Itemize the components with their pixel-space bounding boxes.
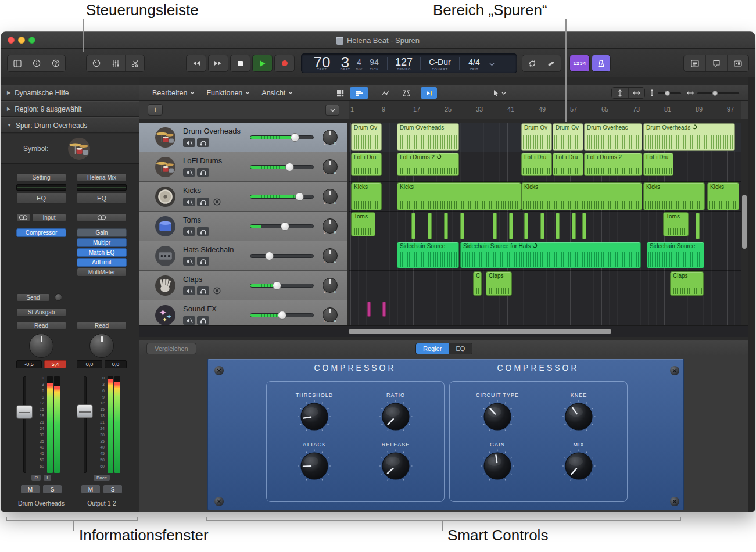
region-sliver[interactable] xyxy=(556,213,560,239)
track-lane[interactable] xyxy=(349,300,741,325)
knob-gain[interactable]: GAIN xyxy=(463,442,532,486)
solo-icon[interactable] xyxy=(197,286,209,295)
flex-icon[interactable] xyxy=(399,87,414,99)
solo-button[interactable]: S xyxy=(42,485,62,494)
count-in-button[interactable]: 1234 xyxy=(569,55,590,72)
knob-attack[interactable]: ATTACK xyxy=(280,442,349,486)
input-slot[interactable]: Input xyxy=(32,213,66,222)
solo-icon[interactable] xyxy=(197,257,209,266)
pan-knob[interactable]: LR xyxy=(323,189,338,204)
region[interactable]: Sidechain Source for Hats xyxy=(460,242,641,268)
stereo-format-icon[interactable] xyxy=(16,213,30,222)
solo-button[interactable]: S xyxy=(103,485,123,494)
pan-knob[interactable]: LR xyxy=(323,218,338,234)
mute-icon[interactable] xyxy=(183,138,195,147)
eq-slot[interactable]: EQ xyxy=(16,192,66,204)
region-sliver[interactable] xyxy=(444,213,448,239)
tab-regler[interactable]: Regler xyxy=(416,343,449,354)
fader-handle[interactable] xyxy=(77,404,93,418)
region[interactable]: Toms xyxy=(351,212,375,236)
grid-view-icon[interactable] xyxy=(332,87,347,99)
region[interactable]: Kicks xyxy=(397,182,521,210)
fader-track[interactable] xyxy=(84,376,87,473)
add-track-button[interactable]: + xyxy=(148,104,163,116)
automation-icon[interactable] xyxy=(378,87,393,99)
region-inspector-section[interactable]: ▶Region: 9 ausgewählt xyxy=(1,101,139,117)
region[interactable]: Drum Overheac xyxy=(584,123,642,151)
send-slot[interactable]: Send xyxy=(16,293,50,302)
eq-slot[interactable]: EQ xyxy=(77,192,127,204)
volume-slider[interactable] xyxy=(250,165,314,169)
region[interactable]: Kicks xyxy=(643,182,705,210)
region[interactable]: Claps xyxy=(670,271,704,296)
track-lane[interactable]: KicksKicksKicksKicksKicks xyxy=(349,182,741,212)
pointer-tool-button[interactable] xyxy=(488,87,511,99)
track-symbol-image[interactable] xyxy=(64,137,94,160)
eq-thumbnail[interactable] xyxy=(16,184,66,191)
volume-slider[interactable] xyxy=(250,254,314,258)
solo-icon[interactable] xyxy=(197,198,209,206)
metronome-button[interactable] xyxy=(592,55,611,72)
stereo-format-icon[interactable] xyxy=(77,213,127,222)
notes-icon[interactable] xyxy=(705,55,727,71)
tracks-view-icon[interactable] xyxy=(350,87,368,99)
region[interactable]: Claps xyxy=(486,271,512,296)
region[interactable]: LoFi Drums 2 xyxy=(584,153,642,176)
region-sliver[interactable] xyxy=(428,213,432,239)
region-sliver[interactable] xyxy=(411,213,415,239)
library-button[interactable] xyxy=(8,55,27,71)
mute-icon[interactable] xyxy=(183,168,195,177)
region[interactable]: Kicks xyxy=(351,182,382,210)
region-sliver[interactable] xyxy=(696,213,700,239)
solo-icon[interactable] xyxy=(197,316,209,325)
menu-ansicht[interactable]: Ansicht xyxy=(257,87,298,99)
region-sliver[interactable] xyxy=(367,302,371,317)
mixer-button[interactable] xyxy=(106,55,125,71)
mute-button[interactable]: M xyxy=(20,485,40,494)
mute-button[interactable]: M xyxy=(81,485,101,494)
channel-setting-button[interactable]: Setting xyxy=(16,173,66,182)
dynamic-help-section[interactable]: ▶Dynamische Hilfe xyxy=(1,85,139,101)
knob-ratio[interactable]: RATIO xyxy=(361,392,431,436)
track-lane[interactable]: CClapsClaps xyxy=(349,271,741,300)
volume-slider[interactable] xyxy=(250,284,314,288)
region[interactable]: Sidechain Source xyxy=(397,242,459,268)
mute-icon[interactable] xyxy=(183,257,195,266)
automation-mode-button[interactable]: Read xyxy=(16,321,66,330)
smart-controls-button[interactable] xyxy=(87,55,106,71)
solo-icon[interactable] xyxy=(197,138,209,147)
zoom-fit-horizontal-icon[interactable] xyxy=(628,88,644,98)
track-inspector-section[interactable]: ▼Spur: Drum Overheads xyxy=(1,117,139,133)
track-lane[interactable]: Drum OvDrum OverheadsDrum OvDrum OvDrum … xyxy=(349,123,741,152)
pan-knob[interactable]: LR xyxy=(323,130,338,145)
pan-knob[interactable]: LR xyxy=(323,278,338,293)
knob-mix[interactable]: MIX xyxy=(544,442,614,486)
pan-knob[interactable]: LR xyxy=(323,159,338,174)
region[interactable]: Drum Overheads xyxy=(397,123,459,151)
cycle-icon[interactable] xyxy=(522,55,542,71)
track-header[interactable]: Sound FXLR xyxy=(139,300,347,325)
tab-eq[interactable]: EQ xyxy=(449,343,472,354)
knob-knee[interactable]: KNEE xyxy=(544,392,614,436)
horizontal-zoom-slider[interactable] xyxy=(697,92,739,94)
region-sliver[interactable] xyxy=(572,213,576,239)
pan-knob[interactable] xyxy=(89,334,114,358)
region[interactable]: Toms xyxy=(663,212,689,236)
strip-button-bnce[interactable]: Bnce xyxy=(93,474,110,481)
region[interactable]: LoFi Dru xyxy=(553,153,583,176)
plugin-slot[interactable]: Multipr xyxy=(77,238,127,247)
solo-icon[interactable] xyxy=(197,227,209,236)
menu-funktionen[interactable]: Funktionen xyxy=(202,87,255,99)
knob-release[interactable]: RELEASE xyxy=(361,442,431,486)
region[interactable]: Kicks xyxy=(521,182,642,210)
track-lane[interactable]: Sidechain SourceSidechain Source for Hat… xyxy=(349,241,741,271)
region-sliver[interactable] xyxy=(382,302,386,317)
fader-handle[interactable] xyxy=(16,405,33,419)
track-lane[interactable]: TomsToms xyxy=(349,212,741,241)
vertical-scrollbar[interactable] xyxy=(742,195,747,249)
volume-slider[interactable] xyxy=(250,135,314,139)
track-header[interactable]: Hats SidechainLR xyxy=(139,241,347,271)
region[interactable]: Drum Ov xyxy=(351,123,382,151)
pan-knob[interactable] xyxy=(29,334,53,358)
channel-setting-button[interactable]: Helena Mix xyxy=(77,173,127,182)
